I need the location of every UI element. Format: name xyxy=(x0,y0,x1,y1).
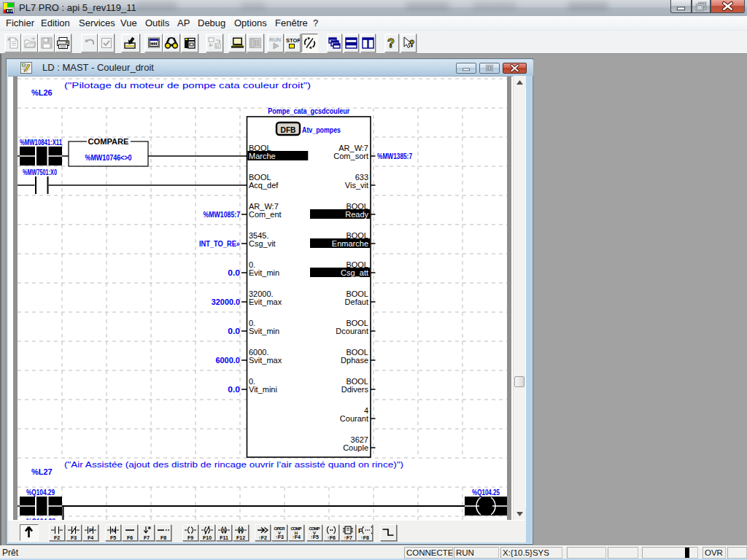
toolbar-tile-vertical-button[interactable] xyxy=(360,34,376,52)
palette-contact-n-button[interactable]: NF5 xyxy=(105,524,121,541)
svg-text:?: ? xyxy=(409,39,414,49)
pin-name: Defaut xyxy=(345,298,368,306)
menu-fichier[interactable]: Fichier xyxy=(6,18,34,28)
child-close-button[interactable] xyxy=(503,63,527,74)
pin-name: Com_ent xyxy=(249,210,282,219)
contact-operand: %Q104.29 xyxy=(26,488,55,497)
toolbar-terminal-button[interactable] xyxy=(228,34,246,52)
pin-name: Marche xyxy=(249,152,276,160)
input-operand: %MW1085:7 xyxy=(204,210,240,219)
status-bar: Prêt CONNECTERUNX:{10.5}SYSOVR xyxy=(0,545,747,559)
close-button[interactable] xyxy=(711,0,745,13)
compare-title: COMPARE xyxy=(88,137,129,146)
ladder-canvas[interactable]: %L26("Pilotage du moteur de pompe cata c… xyxy=(8,76,526,520)
child-titlebar[interactable]: LD : MAST - Couleur_droit xyxy=(7,60,533,76)
status-panel-x-10-5-sys: X:{10.5}SYS xyxy=(500,547,562,559)
svg-text:F11: F11 xyxy=(220,535,228,540)
palette-contact-nc-button[interactable]: F3 xyxy=(66,524,82,541)
toolbar-open-file-button[interactable] xyxy=(21,34,38,52)
palette-oper-button[interactable]: OPERV↑F3 xyxy=(271,524,287,541)
library-icon xyxy=(182,36,197,50)
vline-icon xyxy=(144,526,150,533)
contact-operand: %MW10841:X11 xyxy=(20,138,62,147)
pl7-app-icon[interactable] xyxy=(3,2,15,14)
ladder-editor-window[interactable]: LD : MAST - Couleur_droit %L26("Pilot xyxy=(6,58,533,545)
svg-text:↑F3: ↑F3 xyxy=(275,534,284,540)
status-panel-empty xyxy=(642,547,698,559)
toolbar-search-button[interactable] xyxy=(163,34,180,52)
svg-text:N: N xyxy=(111,527,115,534)
toolbar-stop-button[interactable]: STOP xyxy=(285,34,301,52)
toolbar-print-button[interactable] xyxy=(55,34,71,52)
toolbar-run-button[interactable]: RUN xyxy=(267,34,284,52)
menu-fenetre[interactable]: Fenêtre xyxy=(275,18,308,28)
tile-vertical-icon xyxy=(361,36,375,50)
titlebar-blur-artifact xyxy=(406,2,449,10)
svg-text:↑F4: ↑F4 xyxy=(292,534,301,540)
toolbar-library-button[interactable] xyxy=(181,34,198,52)
child-restore-button[interactable] xyxy=(479,63,500,74)
toolbar-connect-button[interactable] xyxy=(301,34,318,52)
palette-func-call-button[interactable]: F↑F8 xyxy=(357,524,373,541)
toolbar-save-file-button[interactable] xyxy=(38,34,55,52)
terminal-icon xyxy=(230,36,245,50)
menu-vue[interactable]: Vue xyxy=(120,18,137,28)
validate-icon xyxy=(100,36,113,50)
palette-coil-button[interactable]: F9 xyxy=(182,524,198,541)
palette-hline-fill-button[interactable]: F8 xyxy=(155,524,171,541)
menu-aide[interactable]: ? xyxy=(313,18,318,28)
palette-comp-h-button[interactable]: COMPH↑F4 xyxy=(288,524,304,541)
menu-options[interactable]: Options xyxy=(234,18,267,28)
palette-select-arrow-button[interactable] xyxy=(20,524,39,541)
palette-contact-p-button[interactable]: PF4 xyxy=(82,524,98,541)
scroll-down-button[interactable] xyxy=(514,508,526,520)
palette-oper-inline-button[interactable]: ↑F6 xyxy=(323,524,339,541)
palette-func-block-button[interactable]: ↑F7 xyxy=(340,524,356,541)
palette-jump-button[interactable]: ↑F2 xyxy=(255,524,271,541)
palette-contact-no-button[interactable]: F2 xyxy=(49,524,65,541)
output-operand: %MW1385:7 xyxy=(377,152,412,160)
toolbar-help-button[interactable]: ? xyxy=(384,34,399,52)
dfb-block[interactable] xyxy=(247,117,371,457)
palette-comp-v-button[interactable]: COMPV↑F5 xyxy=(306,524,322,541)
status-panel-run: RUN xyxy=(454,547,499,559)
menu-edition[interactable]: Edition xyxy=(41,18,70,28)
cascade-windows-icon xyxy=(328,36,341,50)
toolbar-plc-rack-button[interactable] xyxy=(247,34,264,52)
toolbar-cascade-windows-button[interactable] xyxy=(327,34,342,52)
main-titlebar[interactable]: PL7 PRO : api 5_rev119_11 xyxy=(0,0,747,16)
menu-outils[interactable]: Outils xyxy=(145,18,169,28)
svg-text:↑F8: ↑F8 xyxy=(360,535,369,540)
select-arrow-icon xyxy=(20,525,37,540)
toolbar-context-help-button[interactable]: ? xyxy=(400,34,417,52)
palette-coil-set-button[interactable]: SF11 xyxy=(216,524,232,541)
maximize-button[interactable] xyxy=(692,0,711,13)
vertical-scrollbar[interactable] xyxy=(513,76,525,520)
palette-vline-button[interactable]: F7 xyxy=(139,524,155,541)
ladder-palette-toolbar: F2F3PF4NF5F6F7F8F9F10SF11RF12↑F2OPERV↑F3… xyxy=(8,520,526,542)
toolbar-new-file-button[interactable] xyxy=(4,34,21,52)
minimize-button[interactable] xyxy=(670,0,692,13)
menu-services[interactable]: Services xyxy=(79,18,115,28)
toolbar-program-browser-button[interactable] xyxy=(144,34,163,52)
palette-hline-button[interactable]: F6 xyxy=(122,524,138,541)
scroll-up-button[interactable] xyxy=(514,76,526,88)
toolbar-undo-button[interactable] xyxy=(81,34,98,52)
save-file-icon xyxy=(40,36,53,50)
svg-text:F7: F7 xyxy=(144,535,150,540)
toolbar-tile-horizontal-button[interactable] xyxy=(344,34,359,52)
toolbar-validate-button[interactable] xyxy=(98,34,115,52)
menu-debug[interactable]: Debug xyxy=(198,18,225,28)
menu-ap[interactable]: AP xyxy=(177,18,190,28)
scrollbar-thumb[interactable] xyxy=(514,376,525,387)
pin-name: Dcourant xyxy=(336,327,368,335)
toolbar-confirm-edit-button[interactable] xyxy=(121,34,140,52)
pin-name: Dphase xyxy=(341,356,368,365)
palette-coil-not-button[interactable]: F10 xyxy=(199,524,215,541)
svg-text:F3: F3 xyxy=(71,535,77,540)
palette-coil-reset-button[interactable]: RF12 xyxy=(233,524,249,541)
child-minimize-button[interactable] xyxy=(456,63,476,74)
palette-step-link-button[interactable] xyxy=(380,524,397,541)
toolbar-transfer-button[interactable] xyxy=(206,34,223,52)
input-operand: 32000.0 xyxy=(212,298,240,306)
